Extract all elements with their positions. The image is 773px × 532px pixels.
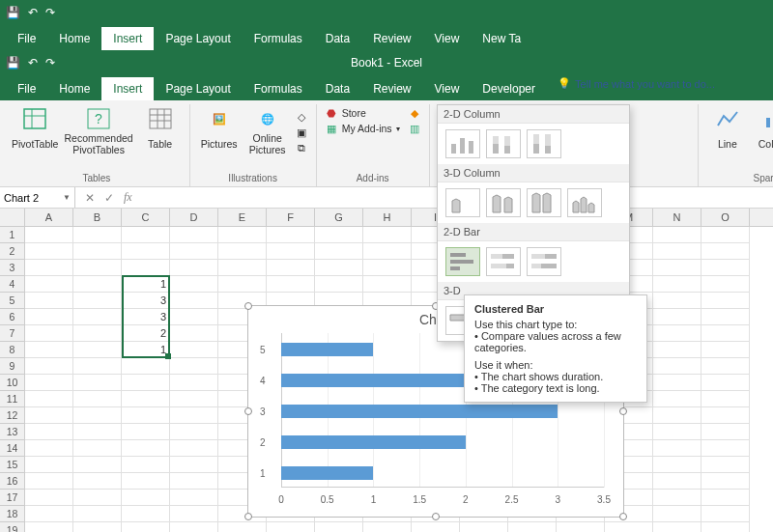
cell[interactable] [701, 342, 750, 358]
cell[interactable] [363, 522, 412, 532]
chart-bar[interactable] [281, 343, 373, 356]
100-stacked-bar-option[interactable] [527, 247, 561, 276]
cell[interactable] [701, 407, 750, 424]
undo-icon[interactable]: ↶ [28, 56, 38, 70]
redo-icon[interactable]: ↷ [45, 6, 55, 19]
tab-data[interactable]: Data [314, 77, 361, 100]
cancel-icon[interactable]: ✕ [85, 191, 95, 205]
cell[interactable] [170, 375, 218, 391]
row-header[interactable]: 16 [0, 473, 25, 490]
cell[interactable] [170, 260, 218, 276]
cell[interactable]: 1 [122, 276, 170, 293]
select-all-corner[interactable] [0, 209, 25, 226]
cell[interactable] [73, 293, 122, 309]
cell[interactable] [73, 309, 122, 325]
chart-bar[interactable] [281, 466, 373, 480]
cell[interactable] [653, 260, 701, 276]
clustered-bar-option[interactable] [445, 247, 480, 276]
cell[interactable] [218, 243, 267, 260]
cell[interactable] [25, 276, 73, 293]
cell[interactable] [170, 243, 218, 260]
name-box-input[interactable] [4, 192, 52, 204]
cell[interactable] [315, 276, 363, 293]
online-pictures-button[interactable]: 🌐 Online Pictures [246, 106, 289, 156]
cell[interactable] [73, 473, 122, 490]
cell[interactable] [170, 227, 218, 243]
cell[interactable] [73, 342, 122, 358]
cell[interactable] [73, 375, 122, 391]
shapes-button[interactable]: ◇ [295, 110, 308, 124]
cell[interactable] [73, 227, 122, 243]
tab-file[interactable]: File [6, 27, 47, 50]
row-header[interactable]: 14 [0, 440, 25, 457]
cell[interactable]: 3 [122, 309, 170, 325]
cell[interactable] [653, 490, 701, 506]
smartart-button[interactable]: ▣ [295, 126, 308, 139]
column-header[interactable]: N [653, 209, 701, 226]
row-header[interactable]: 9 [0, 358, 25, 375]
cell[interactable] [701, 276, 750, 293]
cell[interactable] [122, 407, 170, 424]
cell[interactable] [701, 375, 750, 391]
cell[interactable] [25, 440, 73, 457]
cell[interactable] [25, 424, 73, 440]
row-header[interactable]: 4 [0, 276, 25, 293]
cell[interactable] [170, 457, 218, 473]
cell[interactable] [701, 440, 750, 457]
bing-maps-button[interactable]: ◆ [408, 106, 421, 120]
cell[interactable] [701, 243, 750, 260]
cell[interactable] [701, 473, 750, 490]
cell[interactable] [122, 522, 170, 532]
row-header[interactable]: 17 [0, 490, 25, 506]
cell[interactable] [73, 243, 122, 260]
cell[interactable] [25, 457, 73, 473]
row-header[interactable]: 18 [0, 506, 25, 522]
cell[interactable] [701, 309, 750, 325]
cell[interactable]: 1 [122, 342, 170, 358]
cell[interactable] [25, 407, 73, 424]
cell[interactable]: 3 [122, 293, 170, 309]
cell[interactable] [267, 260, 315, 276]
cell[interactable] [653, 243, 701, 260]
cell[interactable] [122, 391, 170, 407]
column-header[interactable]: H [363, 209, 412, 226]
row-header[interactable]: 15 [0, 457, 25, 473]
row-header[interactable]: 10 [0, 375, 25, 391]
cell[interactable] [73, 506, 122, 522]
column-header[interactable]: D [170, 209, 218, 226]
worksheet-grid[interactable]: ABCDEFGHIJKLMNO 123415363728191011121314… [0, 209, 773, 532]
save-icon[interactable]: 💾 [6, 6, 20, 19]
cell[interactable] [315, 243, 363, 260]
cell[interactable] [122, 358, 170, 375]
cell[interactable] [653, 457, 701, 473]
cell[interactable] [25, 325, 73, 342]
cell[interactable] [701, 227, 750, 243]
3d-column-option[interactable] [567, 188, 602, 217]
column-header[interactable]: A [25, 209, 73, 226]
row-header[interactable]: 2 [0, 243, 25, 260]
cell[interactable] [170, 358, 218, 375]
cell[interactable] [701, 391, 750, 407]
3d-clustered-column-option[interactable] [445, 188, 480, 217]
cell[interactable] [701, 358, 750, 375]
tab-new-ta[interactable]: New Ta [471, 27, 532, 50]
cell[interactable] [170, 309, 218, 325]
chart-bar[interactable] [281, 405, 558, 418]
cell[interactable] [363, 227, 412, 243]
cell[interactable] [508, 522, 557, 532]
recommended-pivottables-button[interactable]: ? Recommended PivotTables [64, 106, 132, 156]
cell[interactable] [25, 358, 73, 375]
tab-review[interactable]: Review [361, 77, 422, 100]
cell[interactable] [122, 473, 170, 490]
3d-100-stacked-column-option[interactable] [527, 188, 561, 217]
cell[interactable] [73, 325, 122, 342]
row-header[interactable]: 13 [0, 424, 25, 440]
cell[interactable] [25, 293, 73, 309]
cell[interactable] [412, 522, 460, 532]
cell[interactable] [653, 227, 701, 243]
cell[interactable] [170, 342, 218, 358]
cell[interactable] [122, 260, 170, 276]
cell[interactable] [701, 260, 750, 276]
cell[interactable] [653, 342, 701, 358]
name-box[interactable]: ▼ [0, 187, 75, 208]
